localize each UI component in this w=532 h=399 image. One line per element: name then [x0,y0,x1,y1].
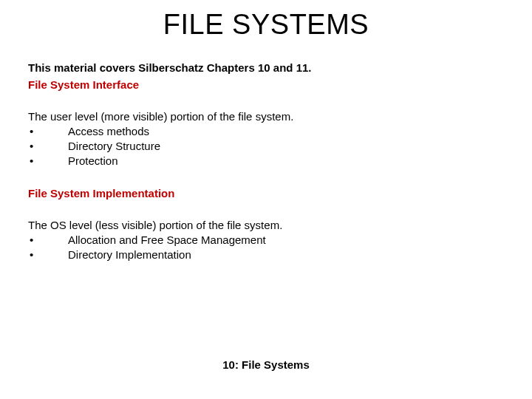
list-item: • Protection [28,154,504,167]
bullet-icon: • [28,125,68,137]
bullet-text: Allocation and Free Space Management [68,233,266,246]
section1-intro: The user level (more visible) portion of… [28,110,504,123]
list-item: • Directory Structure [28,140,504,152]
bullet-text: Directory Implementation [68,248,191,261]
bullet-icon: • [28,140,68,152]
section-heading-implementation: File System Implementation [28,187,504,200]
bullet-text: Access methods [68,125,149,137]
bullet-text: Protection [68,154,118,167]
bullet-icon: • [28,248,68,261]
slide-content: FILE SYSTEMS This material covers Silber… [0,0,532,261]
list-item: • Access methods [28,125,504,137]
section-heading-interface: File System Interface [28,78,504,91]
list-item: • Directory Implementation [28,248,504,261]
slide-title: FILE SYSTEMS [28,9,504,41]
slide-footer: 10: File Systems [0,358,532,371]
section2-intro: The OS level (less visible) portion of t… [28,219,504,231]
bullet-icon: • [28,233,68,246]
coverage-note: This material covers Silberschatz Chapte… [28,61,504,74]
bullet-icon: • [28,154,68,167]
bullet-text: Directory Structure [68,140,160,152]
list-item: • Allocation and Free Space Management [28,233,504,246]
